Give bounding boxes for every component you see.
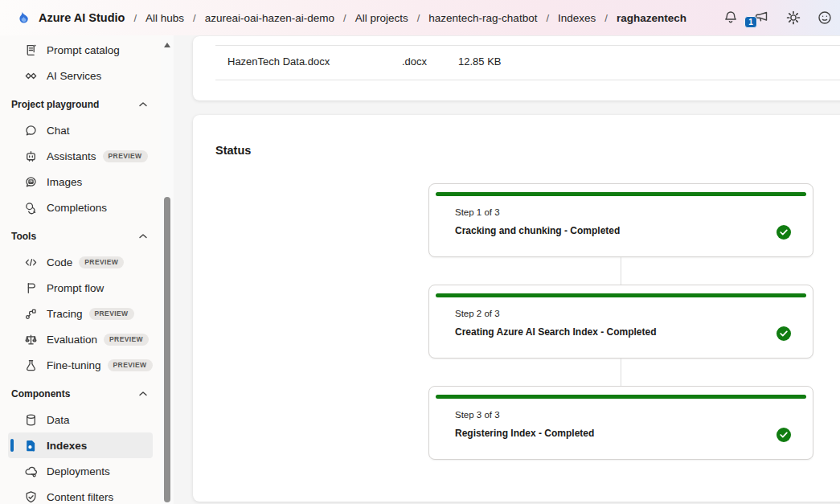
preview-badge: PREVIEW (108, 359, 153, 371)
breadcrumb-current-index[interactable]: raghazentech (617, 12, 686, 24)
section-label: Project playground (11, 99, 99, 110)
breadcrumb-separator: / (343, 12, 346, 24)
step-card-2: Step 2 of 3 Creating Azure AI Search Ind… (428, 285, 813, 359)
prompt-flow-icon (24, 281, 38, 295)
completions-icon (24, 201, 38, 215)
sidebar-item-label: Assistants (47, 150, 96, 162)
breadcrumb-all-hubs[interactable]: All hubs (145, 12, 184, 24)
app-title[interactable]: Azure AI Studio (39, 11, 125, 24)
left-navigation-sidebar: Prompt catalog AI Services Project playg… (0, 35, 161, 504)
breadcrumb-separator: / (133, 12, 137, 24)
step-label: Step 2 of 3 (455, 309, 500, 318)
top-navigation-bar: Azure AI Studio / All hubs / azureai-oai… (0, 0, 840, 35)
step-detail: Creating Azure AI Search Index - Complet… (455, 326, 657, 338)
breadcrumb-separator: / (417, 12, 420, 24)
sidebar-scrollbar[interactable] (161, 35, 174, 504)
breadcrumb-separator: / (193, 12, 196, 24)
step-label: Step 3 of 3 (455, 410, 500, 420)
scrollbar-thumb[interactable] (164, 197, 170, 502)
preview-badge: PREVIEW (89, 308, 134, 320)
step-detail: Cracking and chunking - Completed (455, 225, 620, 236)
status-card: Status Step 1 of 3 Cracking and chunking… (193, 115, 840, 502)
sidebar-item-label: Evaluation (47, 334, 97, 346)
step-progress-bar (436, 293, 806, 297)
table-divider (215, 45, 840, 46)
chevron-up-icon (138, 391, 148, 397)
sidebar-section-project-playground[interactable]: Project playground (0, 92, 161, 117)
file-size: 12.85 KB (458, 55, 502, 68)
breadcrumb-project[interactable]: hazentech-rag-chatbot (428, 12, 537, 24)
table-divider (215, 80, 840, 80)
tracing-icon (24, 307, 38, 321)
ai-services-icon (24, 69, 38, 83)
chevron-up-icon (138, 101, 148, 108)
files-table-card: HazenTech Data.docx .docx 12.85 KB (193, 36, 840, 100)
sidebar-item-assistants[interactable]: Assistants PREVIEW (8, 143, 153, 169)
main-content: HazenTech Data.docx .docx 12.85 KB Statu… (174, 35, 840, 504)
sidebar-item-completions[interactable]: Completions (8, 195, 153, 220)
breadcrumb-separator: / (546, 12, 549, 24)
step-progress-bar (436, 192, 806, 196)
selected-indicator-bar (10, 439, 14, 452)
sidebar-item-evaluation[interactable]: Evaluation PREVIEW (8, 326, 153, 352)
sidebar-item-label: Chat (47, 125, 70, 137)
sidebar-item-tracing[interactable]: Tracing PREVIEW (8, 301, 153, 326)
step-connector-line (621, 257, 621, 285)
scrollbar-up-arrow-icon[interactable] (164, 43, 170, 47)
preview-badge: PREVIEW (103, 150, 148, 162)
step-detail: Registering Index - Completed (455, 428, 594, 439)
sidebar-item-chat[interactable]: Chat (8, 117, 153, 143)
announcements-megaphone-icon[interactable]: 1 (753, 9, 771, 27)
breadcrumb-hub[interactable]: azureai-oai-hazen-ai-demo (205, 12, 334, 24)
chevron-up-icon (138, 233, 148, 240)
preview-badge: PREVIEW (79, 256, 124, 268)
sidebar-section-tools[interactable]: Tools (0, 223, 161, 249)
step-card-1: Step 1 of 3 Cracking and chunking - Comp… (428, 183, 813, 257)
sidebar-item-label: Indexes (47, 440, 87, 452)
fine-tuning-icon (24, 359, 38, 372)
breadcrumb-indexes[interactable]: Indexes (558, 12, 596, 24)
sidebar-item-fine-tuning[interactable]: Fine-tuning PREVIEW (8, 352, 153, 378)
chat-icon (24, 124, 38, 137)
breadcrumb-separator: / (604, 12, 608, 24)
sidebar-item-prompt-catalog[interactable]: Prompt catalog (8, 37, 153, 63)
feedback-smiley-icon[interactable] (816, 9, 834, 27)
prompt-catalog-icon (24, 43, 38, 57)
step-label: Step 1 of 3 (455, 207, 500, 217)
sidebar-item-indexes[interactable]: Indexes (8, 432, 153, 458)
sidebar-item-code[interactable]: Code PREVIEW (8, 249, 153, 275)
sidebar-item-prompt-flow[interactable]: Prompt flow (8, 275, 153, 301)
status-section-title: Status (215, 144, 251, 157)
sidebar-item-data[interactable]: Data (8, 407, 153, 432)
step-card-3: Step 3 of 3 Registering Index - Complete… (428, 386, 813, 460)
completed-check-icon (776, 428, 791, 442)
breadcrumb-all-projects[interactable]: All projects (355, 12, 408, 24)
images-icon (24, 175, 38, 189)
sidebar-item-images[interactable]: Images (8, 169, 153, 195)
sidebar-item-label: Tracing (47, 308, 83, 320)
preview-badge: PREVIEW (104, 334, 149, 346)
sidebar-item-ai-services[interactable]: AI Services (8, 63, 153, 88)
sidebar-item-content-filters[interactable]: Content filters (8, 484, 153, 504)
deployments-icon (24, 465, 38, 478)
step-connector-line (621, 359, 621, 386)
step-progress-bar (436, 395, 806, 399)
section-label: Components (11, 388, 70, 400)
sidebar-section-components[interactable]: Components (0, 381, 161, 407)
sidebar-item-deployments[interactable]: Deployments (8, 458, 153, 484)
notifications-bell-icon[interactable] (722, 9, 740, 27)
indexes-icon (24, 439, 38, 453)
sidebar-item-label: Fine-tuning (47, 359, 101, 371)
topbar-actions: 1 (722, 9, 835, 27)
sidebar-item-label: Code (47, 256, 72, 268)
completed-check-icon (776, 326, 791, 341)
evaluation-icon (24, 333, 38, 346)
settings-gear-icon[interactable] (785, 9, 802, 27)
sidebar-item-label: Deployments (47, 465, 110, 477)
sidebar-item-label: AI Services (47, 70, 101, 82)
assistants-icon (24, 150, 38, 163)
sidebar-item-label: Prompt catalog (47, 44, 120, 56)
content-filters-icon (24, 490, 38, 504)
azure-ai-studio-logo-icon (16, 10, 31, 26)
notification-count-badge: 1 (744, 16, 757, 28)
